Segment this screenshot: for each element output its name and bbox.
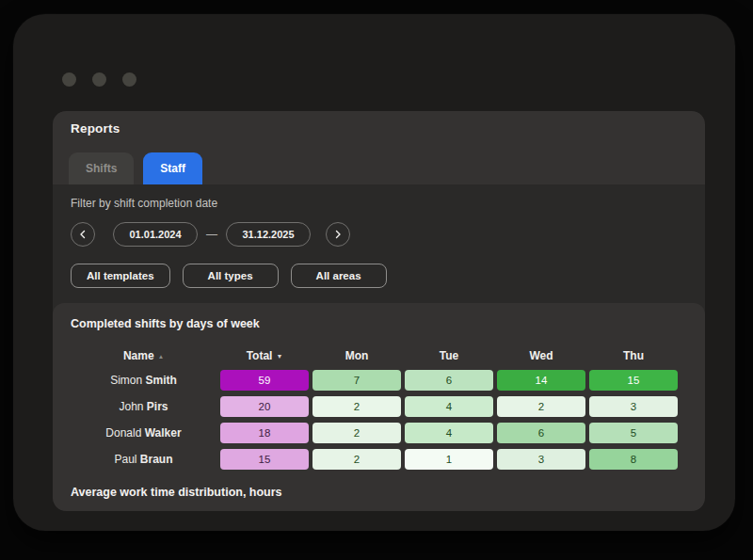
table-row: John Pirs202423 [71,396,678,417]
table-row: Simon Smith59761415 [71,370,678,391]
day-cell: 2 [497,396,585,417]
date-to-input[interactable]: 31.12.2025 [226,222,311,247]
column-header-tue: Tue [405,348,493,363]
staff-name: Paul Braun [71,453,216,466]
day-cell: 6 [405,370,493,391]
column-header-mon: Mon [312,348,401,363]
total-cell: 59 [220,370,309,391]
staff-name: John Pirs [71,400,216,413]
total-cell: 15 [220,449,309,470]
all-areas-button[interactable]: All areas [291,264,387,288]
column-label: Wed [529,349,553,362]
window-control-dot[interactable] [62,72,76,87]
filter-label: Filter by shift completion date [71,197,705,210]
day-cell: 2 [312,449,401,470]
total-cell: 20 [220,396,309,417]
window-control-dot[interactable] [122,72,136,87]
column-header-wed: Wed [497,348,585,363]
all-types-button[interactable]: All types [183,264,279,288]
date-from-input[interactable]: 01.01.2024 [113,222,198,247]
day-cell: 3 [497,449,585,470]
staff-name: Simon Smith [71,374,216,387]
day-cell: 4 [405,396,493,417]
filter-buttons: All templates All types All areas [71,264,705,288]
column-label: Tue [440,349,458,362]
tab-shifts[interactable]: Shifts [69,152,134,184]
prev-period-button[interactable] [71,222,95,247]
reports-header: Reports Shifts Staff [53,111,705,184]
day-cell: 7 [312,370,401,391]
date-range-separator: — [206,228,217,241]
column-label: Thu [623,349,644,362]
table-row: Paul Braun152138 [71,449,678,470]
all-templates-button[interactable]: All templates [71,264,170,288]
day-cell: 14 [497,370,585,391]
column-label: Mon [345,349,369,362]
day-cell: 5 [589,423,678,443]
table-header-row: Name▲Total▼MonTueWedThu [71,348,678,363]
chevron-left-icon [78,230,88,239]
sort-desc-icon: ▼ [276,353,282,360]
table-body: Simon Smith59761415John Pirs202423Donald… [71,370,678,470]
table-row: Donald Walker182465 [71,423,678,443]
completed-shifts-section: Completed shifts by days of week Name▲To… [53,303,705,511]
reports-panel: Reports Shifts Staff Filter by shift com… [53,111,705,511]
column-header-thu: Thu [589,348,678,363]
column-header-name[interactable]: Name▲ [71,348,216,363]
tab-staff[interactable]: Staff [143,152,202,184]
page-title: Reports [71,121,705,136]
chevron-right-icon [333,230,343,239]
day-cell: 2 [312,396,401,417]
staff-name: Donald Walker [71,426,216,440]
section-title: Completed shifts by days of week [71,317,678,330]
window-control-dot[interactable] [92,72,106,87]
report-tabs: Shifts Staff [69,152,705,184]
section-footer: Average work time distribution, hours [71,486,678,499]
column-header-total[interactable]: Total▼ [220,348,309,363]
app-window: Reports Shifts Staff Filter by shift com… [13,14,735,531]
total-cell: 18 [220,423,309,443]
date-range-picker: 01.01.2024 — 31.12.2025 [71,222,705,247]
day-cell: 6 [497,423,585,443]
window-controls [62,72,136,87]
next-period-button[interactable] [326,222,350,247]
sort-asc-icon: ▲ [158,353,164,360]
filter-section: Filter by shift completion date 01.01.20… [53,184,705,303]
column-label: Total [247,349,273,362]
day-cell: 3 [589,396,678,417]
day-cell: 15 [589,370,678,391]
day-cell: 1 [405,449,493,470]
column-label: Name [123,349,154,362]
day-cell: 8 [589,449,678,470]
shifts-table: Name▲Total▼MonTueWedThu Simon Smith59761… [71,348,678,470]
day-cell: 2 [312,423,401,443]
day-cell: 4 [405,423,493,443]
